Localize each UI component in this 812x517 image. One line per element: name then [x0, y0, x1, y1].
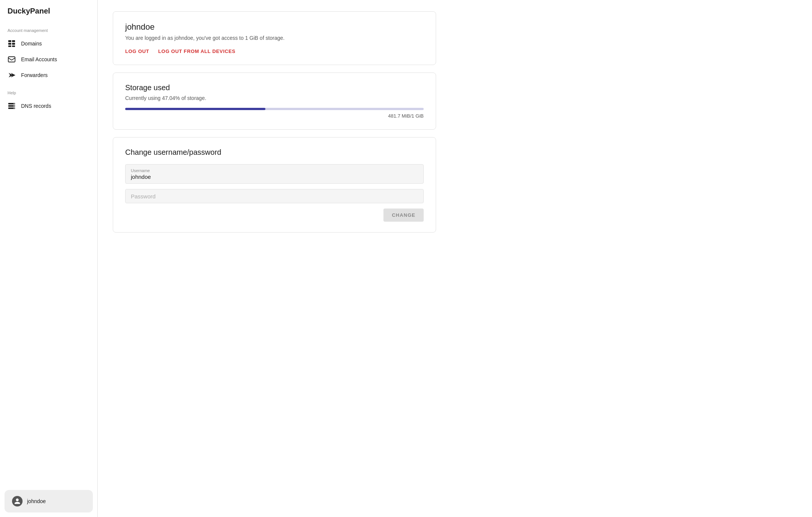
svg-rect-1: [12, 40, 15, 42]
svg-rect-6: [8, 57, 15, 62]
forwarders-icon: [8, 71, 16, 79]
password-field-group: [125, 189, 424, 203]
user-info-card: johndoe You are logged in as johndoe, yo…: [113, 11, 436, 65]
logout-button[interactable]: LOG OUT: [125, 48, 149, 54]
change-card-title: Change username/password: [125, 148, 424, 157]
dns-icon: [8, 102, 16, 110]
help-label: Help: [0, 83, 97, 98]
username-input[interactable]: [131, 174, 418, 180]
user-card-actions: LOG OUT LOG OUT FROM ALL DEVICES: [125, 48, 424, 54]
main-content: johndoe You are logged in as johndoe, yo…: [98, 0, 812, 517]
storage-card: Storage used Currently using 47.04% of s…: [113, 73, 436, 130]
storage-subtitle: Currently using 47.04% of storage.: [125, 95, 424, 101]
user-avatar: [12, 496, 23, 506]
sidebar-item-dns-records-label: DNS records: [21, 103, 51, 109]
user-card-subtitle: You are logged in as johndoe, you've got…: [125, 35, 424, 41]
logout-all-button[interactable]: LOG OUT FROM ALL DEVICES: [158, 48, 236, 54]
svg-rect-5: [12, 45, 15, 47]
svg-point-12: [14, 103, 14, 104]
svg-rect-3: [12, 43, 15, 45]
change-button[interactable]: CHANGE: [383, 209, 424, 222]
svg-point-13: [14, 106, 14, 106]
storage-label: 481.7 MiB/1 GiB: [125, 113, 424, 119]
sidebar: DuckyPanel Account management Domains Em…: [0, 0, 98, 517]
svg-rect-2: [8, 43, 11, 45]
storage-bar-container: [125, 108, 424, 110]
footer-username: johndoe: [27, 498, 46, 504]
username-input-wrapper: Username: [125, 164, 424, 184]
app-logo: DuckyPanel: [0, 0, 97, 22]
sidebar-item-domains-label: Domains: [21, 41, 42, 47]
sidebar-item-email-accounts[interactable]: Email Accounts: [0, 51, 97, 67]
sidebar-item-domains[interactable]: Domains: [0, 36, 97, 51]
sidebar-item-forwarders-label: Forwarders: [21, 72, 48, 78]
email-icon: [8, 55, 16, 63]
account-management-label: Account management: [0, 22, 97, 36]
storage-title: Storage used: [125, 83, 424, 92]
sidebar-item-email-accounts-label: Email Accounts: [21, 56, 57, 62]
sidebar-item-forwarders[interactable]: Forwarders: [0, 67, 97, 83]
svg-rect-4: [8, 45, 11, 47]
domains-icon: [8, 39, 16, 48]
username-label: Username: [131, 168, 418, 173]
sidebar-item-dns-records[interactable]: DNS records: [0, 98, 97, 114]
change-credentials-card: Change username/password Username CHANGE: [113, 137, 436, 233]
storage-bar-fill: [125, 108, 265, 110]
password-input[interactable]: [131, 193, 418, 200]
svg-point-14: [14, 108, 14, 109]
password-input-wrapper: [125, 189, 424, 203]
sidebar-footer[interactable]: johndoe: [5, 490, 93, 512]
username-field-group: Username: [125, 164, 424, 184]
user-card-title: johndoe: [125, 22, 424, 32]
change-btn-row: CHANGE: [125, 209, 424, 222]
svg-rect-0: [8, 40, 11, 42]
